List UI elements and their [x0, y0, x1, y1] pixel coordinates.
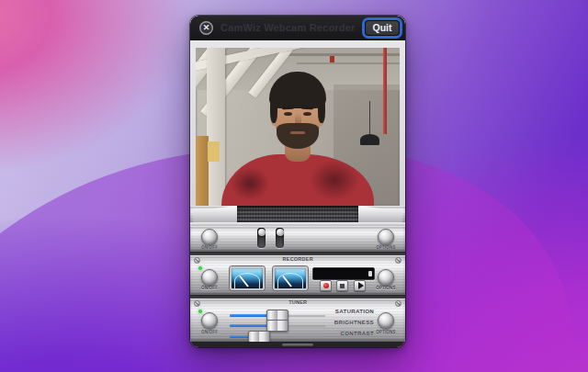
options-knob[interactable] — [378, 229, 394, 245]
tape-display — [312, 267, 375, 280]
toggle-switch-1[interactable] — [257, 228, 266, 248]
options-label: OPTIONS — [376, 245, 396, 250]
hanging-lamp — [360, 134, 379, 145]
options-label: OPTIONS — [376, 330, 396, 334]
onoff-knob[interactable] — [201, 229, 218, 245]
slider-fill — [230, 314, 268, 317]
cabinet-box — [208, 141, 220, 162]
power-led — [198, 310, 202, 313]
person-mouth — [290, 131, 305, 134]
toggle-switch-2[interactable] — [276, 228, 284, 248]
options-knob[interactable] — [378, 312, 394, 329]
red-pipe — [383, 48, 387, 134]
onoff-label: ON/OFF — [201, 330, 218, 334]
person-eye — [303, 112, 311, 116]
brightness-label: BRIGHTNESS — [334, 319, 374, 325]
options-knob[interactable] — [378, 269, 394, 286]
grille-strip — [190, 206, 405, 226]
onoff-knob[interactable] — [201, 269, 218, 286]
person-head — [269, 72, 326, 154]
saturation-label: SATURATION — [334, 308, 374, 314]
options-label: OPTIONS — [376, 286, 396, 290]
toggle-knob — [277, 229, 284, 236]
person-eye — [284, 112, 292, 116]
person-hair — [318, 96, 325, 123]
lamp-cord — [369, 101, 370, 136]
webcam-preview — [196, 48, 400, 206]
person-hair — [270, 96, 277, 123]
stop-button[interactable] — [336, 280, 348, 291]
tuner-panel: TUNER ON/OFF SATU — [190, 299, 405, 342]
slider-fill — [230, 324, 268, 327]
onoff-knob[interactable] — [201, 312, 218, 329]
window-bottom-bar — [190, 342, 405, 347]
vu-meter-left — [230, 266, 265, 290]
desktop-wallpaper: ✕ CamWiz Webcam Recorder Quit — [0, 0, 588, 372]
person-beard — [277, 123, 319, 149]
speaker-grille — [236, 206, 359, 223]
switch-panel: ON/OFF OPTIONS — [190, 226, 405, 252]
recorder-panel: RECORDER ON/OFF — [190, 255, 405, 295]
quit-button[interactable]: Quit — [365, 20, 400, 36]
play-icon — [358, 282, 364, 289]
recorder-title: RECORDER — [282, 256, 312, 262]
cabinet — [196, 136, 209, 206]
person-shirt — [221, 154, 374, 206]
window-title: CamWiz Webcam Recorder — [220, 16, 356, 40]
ceiling-fixture — [330, 56, 334, 62]
slider-fill — [230, 335, 250, 338]
power-led — [198, 266, 202, 270]
onoff-label: ON/OFF — [201, 245, 218, 250]
close-icon: ✕ — [203, 24, 210, 32]
grille-flange-right — [358, 206, 402, 223]
vu-meter-right — [273, 266, 308, 290]
record-icon — [323, 283, 329, 288]
titlebar[interactable]: ✕ CamWiz Webcam Recorder Quit — [190, 16, 405, 40]
toggle-knob — [258, 229, 266, 236]
play-button[interactable] — [354, 280, 366, 291]
grille-flange-left — [193, 206, 237, 223]
pillar — [207, 48, 225, 206]
shirt-print — [231, 167, 269, 200]
ceiling-pipe — [280, 53, 400, 56]
shirt-print — [310, 160, 359, 200]
tuner-title: TUNER — [288, 299, 307, 305]
stop-icon — [340, 284, 345, 288]
onoff-label: ON/OFF — [201, 286, 218, 290]
close-button[interactable]: ✕ — [199, 21, 213, 35]
resize-handle[interactable] — [282, 344, 313, 346]
record-button[interactable] — [320, 280, 332, 291]
app-window: ✕ CamWiz Webcam Recorder Quit — [190, 16, 405, 347]
